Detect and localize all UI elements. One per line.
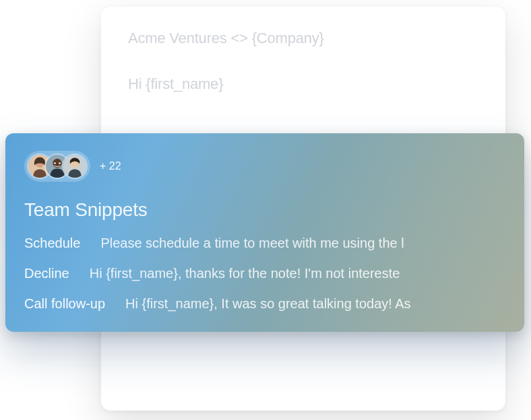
members-avatars[interactable] (24, 151, 90, 182)
members-row: + 22 (24, 151, 524, 182)
members-more-count: + 22 (100, 160, 121, 172)
snippet-preview: Please schedule a time to meet with me u… (100, 236, 404, 251)
snippets-title: Team Snippets (24, 199, 524, 221)
snippet-row[interactable]: Schedule Please schedule a time to meet … (24, 236, 524, 251)
snippet-name: Call follow-up (24, 296, 105, 312)
snippet-preview: Hi {first_name}, thanks for the note! I'… (90, 266, 400, 281)
snippet-preview: Hi {first_name}, It was so great talking… (125, 296, 411, 312)
snippet-name: Schedule (24, 236, 80, 251)
snippet-row[interactable]: Decline Hi {first_name}, thanks for the … (24, 266, 524, 281)
avatar (62, 153, 88, 179)
email-subject[interactable]: Acme Ventures <> {Company} (128, 30, 478, 47)
snippet-row[interactable]: Call follow-up Hi {first_name}, It was s… (24, 296, 524, 312)
svg-point-5 (59, 162, 61, 164)
team-snippets-panel: + 22 Team Snippets Schedule Please sched… (5, 133, 524, 332)
snippet-name: Decline (24, 266, 69, 281)
email-body-greeting[interactable]: Hi {first_name} (128, 75, 478, 93)
svg-point-4 (54, 162, 56, 164)
snippets-list: Schedule Please schedule a time to meet … (24, 236, 524, 312)
